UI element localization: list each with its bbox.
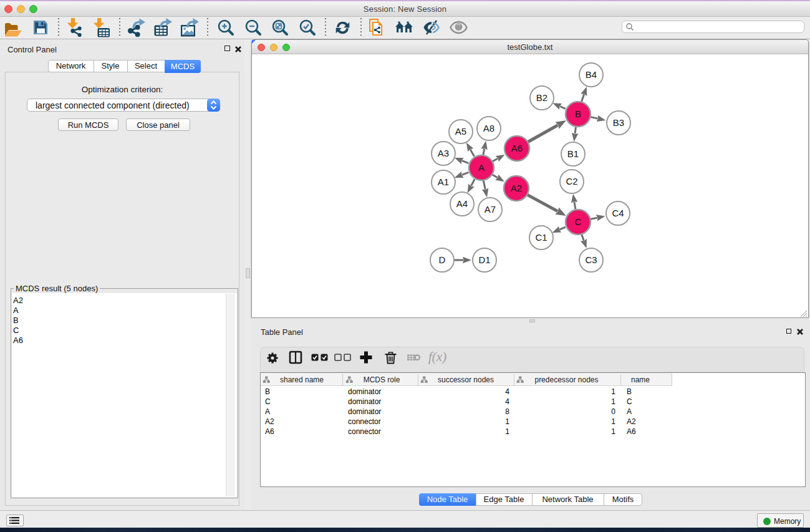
svg-text:A8: A8 bbox=[483, 123, 494, 133]
svg-text:C4: C4 bbox=[612, 208, 624, 218]
svg-text:A6: A6 bbox=[511, 143, 523, 153]
svg-text:A: A bbox=[478, 162, 485, 173]
svg-text:B4: B4 bbox=[586, 69, 597, 80]
svg-text:A5: A5 bbox=[455, 126, 466, 137]
svg-text:B: B bbox=[575, 109, 581, 119]
svg-text:B3: B3 bbox=[613, 117, 624, 128]
svg-text:B2: B2 bbox=[536, 92, 547, 103]
svg-text:B1: B1 bbox=[567, 148, 579, 159]
svg-text:C3: C3 bbox=[585, 254, 597, 265]
svg-text:D: D bbox=[439, 254, 446, 265]
svg-text:C: C bbox=[575, 216, 582, 227]
svg-text:A3: A3 bbox=[438, 148, 449, 158]
svg-text:A2: A2 bbox=[511, 183, 522, 193]
svg-text:C2: C2 bbox=[566, 176, 577, 186]
svg-text:D1: D1 bbox=[478, 254, 490, 265]
svg-text:A1: A1 bbox=[438, 177, 449, 187]
svg-text:A7: A7 bbox=[485, 204, 496, 215]
svg-text:C1: C1 bbox=[535, 232, 547, 243]
svg-text:A4: A4 bbox=[456, 198, 468, 209]
